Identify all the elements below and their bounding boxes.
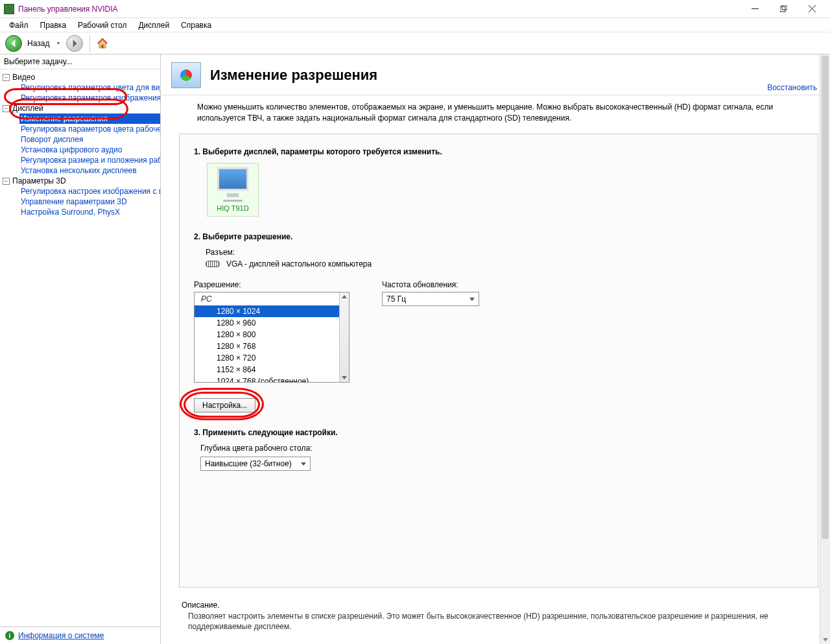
tree-item[interactable]: Управление параметрами 3D xyxy=(19,197,160,207)
maximize-button[interactable] xyxy=(769,1,798,18)
collapse-icon[interactable]: − xyxy=(3,178,10,185)
minimize-button[interactable] xyxy=(741,1,769,18)
step3-title: 3. Применить следующие настройки. xyxy=(194,428,803,437)
sidebar: Выберите задачу... −Видео Регулировка па… xyxy=(0,54,161,644)
content-scrollbar[interactable] xyxy=(820,54,830,644)
svg-rect-5 xyxy=(102,45,104,48)
tree-item[interactable]: Регулировка размера и положения рабочего… xyxy=(19,155,160,165)
page-header: Изменение разрешения Восстановить xyxy=(161,54,830,95)
tree-item[interactable]: Настройка Surround, PhysX xyxy=(19,207,160,217)
window-title: Панель управления NVIDIA xyxy=(18,5,118,14)
app-icon xyxy=(4,4,14,14)
color-depth-select[interactable]: Наивысшее (32-битное) xyxy=(200,457,311,471)
back-label[interactable]: Назад xyxy=(26,39,51,48)
back-button[interactable] xyxy=(5,35,22,52)
restore-link[interactable]: Восстановить xyxy=(767,83,817,92)
back-dropdown-icon[interactable]: ▾ xyxy=(54,40,62,46)
tree-item[interactable]: Регулировка настроек изображения с просм… xyxy=(19,186,160,197)
vga-icon xyxy=(206,261,220,267)
titlebar: Панель управления NVIDIA xyxy=(0,0,830,18)
menu-file[interactable]: Файл xyxy=(4,19,34,31)
resolution-listbox[interactable]: PC 1280 × 1024 1280 × 960 1280 × 800 128… xyxy=(194,292,350,383)
menu-help[interactable]: Справка xyxy=(176,19,217,31)
tree-item[interactable]: Регулировка параметров изображения для в… xyxy=(19,93,160,103)
page-description: Можно уменьшить количество элементов, от… xyxy=(161,95,830,134)
connector-label: Разъем: xyxy=(206,248,803,257)
close-button[interactable] xyxy=(798,1,826,18)
page-header-icon xyxy=(171,62,201,88)
content-area: Изменение разрешения Восстановить Можно … xyxy=(161,54,830,644)
resolution-option[interactable]: 1152 × 864 xyxy=(195,364,339,376)
resolution-option[interactable]: 1280 × 960 xyxy=(195,317,339,329)
tree-item[interactable]: Установка цифрового аудио xyxy=(19,145,160,155)
tree-item-change-resolution[interactable]: Изменение разрешения xyxy=(19,113,160,124)
step2-title: 2. Выберите разрешение. xyxy=(194,232,803,241)
info-icon: i xyxy=(5,631,14,640)
tree-cat-display[interactable]: −Дисплей xyxy=(0,103,160,113)
forward-button[interactable] xyxy=(66,35,83,52)
resolution-label: Разрешение: xyxy=(194,280,350,289)
resolution-option[interactable]: 1024 × 768 (собственное) xyxy=(195,376,339,382)
home-icon[interactable] xyxy=(97,38,108,49)
depth-label: Глубина цвета рабочего стола: xyxy=(200,444,803,453)
tree-item[interactable]: Регулировка параметров цвета для видео xyxy=(19,82,160,93)
toolbar: Назад ▾ xyxy=(0,32,830,54)
description-text: Позволяет настроить элементы в списке ра… xyxy=(182,611,814,632)
resolution-option[interactable]: 1280 × 1024 xyxy=(195,305,339,317)
resolution-option[interactable]: 1280 × 768 xyxy=(195,340,339,352)
tree-cat-3d[interactable]: −Параметры 3D xyxy=(0,176,160,186)
svg-rect-1 xyxy=(780,6,785,12)
description-title: Описание. xyxy=(182,601,814,610)
tree-item[interactable]: Регулировка параметров цвета рабочего ст… xyxy=(19,124,160,134)
sidebar-header: Выберите задачу... xyxy=(0,54,160,69)
settings-panel: 1. Выберите дисплей, параметры которого … xyxy=(179,134,818,588)
menu-edit[interactable]: Правка xyxy=(35,19,72,31)
tree-item[interactable]: Поворот дисплея xyxy=(19,134,160,145)
menu-display[interactable]: Дисплей xyxy=(133,19,174,31)
step1-title: 1. Выберите дисплей, параметры которого … xyxy=(194,147,803,156)
system-info-link[interactable]: Информация о системе xyxy=(18,631,104,640)
menu-desktop[interactable]: Рабочий стол xyxy=(73,19,132,31)
svg-rect-0 xyxy=(752,8,759,9)
page-title: Изменение разрешения xyxy=(210,67,377,84)
resolution-option[interactable]: 1280 × 800 xyxy=(195,329,339,340)
resolution-group: PC xyxy=(195,292,339,305)
monitor-icon xyxy=(217,167,248,191)
scrollbar[interactable] xyxy=(339,292,349,382)
collapse-icon[interactable]: − xyxy=(3,105,10,112)
sidebar-footer: i Информация о системе xyxy=(0,626,160,644)
resolution-option[interactable]: 1280 × 720 xyxy=(195,352,339,364)
separator xyxy=(89,35,90,52)
display-name: HIQ T91D xyxy=(217,204,248,212)
tree-cat-video[interactable]: −Видео xyxy=(0,72,160,82)
menubar: Файл Правка Рабочий стол Дисплей Справка xyxy=(0,18,830,32)
tree-item[interactable]: Установка нескольких дисплеев xyxy=(19,165,160,176)
collapse-icon[interactable]: − xyxy=(3,74,10,81)
display-thumbnail[interactable]: HIQ T91D xyxy=(207,163,259,217)
customize-button[interactable]: Настройка... xyxy=(194,398,255,412)
task-tree: −Видео Регулировка параметров цвета для … xyxy=(0,69,160,220)
svg-rect-2 xyxy=(782,5,787,10)
refresh-label: Частота обновления: xyxy=(382,280,479,289)
connector-value: VGA - дисплей настольного компьютера xyxy=(226,259,372,268)
refresh-select[interactable]: 75 Гц xyxy=(382,292,479,306)
description-box: Описание. Позволяет настроить элементы в… xyxy=(176,597,820,633)
